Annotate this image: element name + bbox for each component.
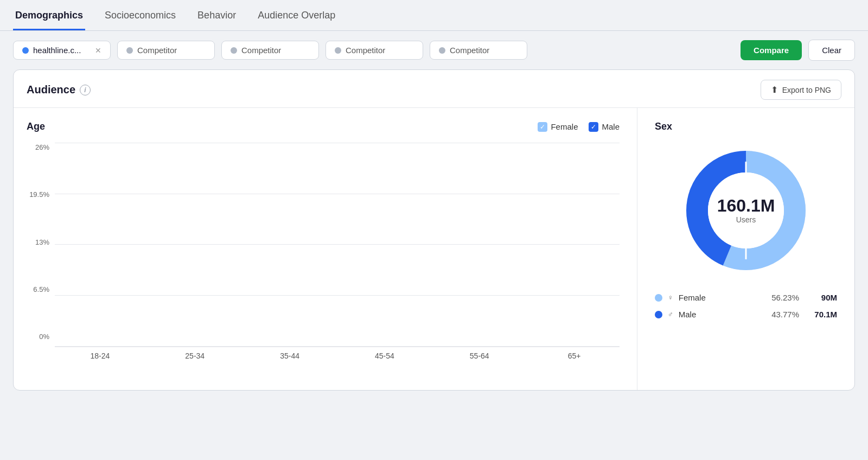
y-label-2: 13% xyxy=(35,238,49,246)
sex-legend-female: ♀ Female 56.23% 90M xyxy=(655,293,837,302)
x-label-4: 55-64 xyxy=(439,352,519,360)
x-label-5: 65+ xyxy=(534,352,614,360)
x-label-1: 25-34 xyxy=(155,352,235,360)
competitor-label-1: Competitor xyxy=(137,46,177,55)
donut-container: 160.1M Users xyxy=(655,145,837,276)
competitor-pill-4[interactable]: Competitor xyxy=(430,41,527,60)
donut-center: 160.1M Users xyxy=(717,196,775,224)
female-checkbox-icon[interactable]: ✓ xyxy=(538,122,547,132)
info-icon[interactable]: i xyxy=(80,85,91,95)
tab-behavior[interactable]: Behavior xyxy=(195,0,238,30)
female-sex-dot xyxy=(655,294,662,302)
legend-female: ✓ Female xyxy=(538,122,578,132)
competitor-label-2: Competitor xyxy=(241,46,281,55)
export-button[interactable]: ⬆ Export to PNG xyxy=(761,80,841,100)
y-label-1: 19.5% xyxy=(29,190,49,199)
x-label-0: 18-24 xyxy=(60,352,140,360)
competitor-bar: healthline.c... ✕ Competitor Competitor … xyxy=(0,31,868,69)
male-sex-dot xyxy=(655,311,662,318)
age-title: Age xyxy=(27,121,45,132)
sex-legend-male: ♂ Male 43.77% 70.1M xyxy=(655,310,837,319)
female-legend-label: Female xyxy=(551,122,578,131)
y-label-0: 26% xyxy=(35,143,49,151)
charts-container: Age ✓ Female ✓ Male 26% 19.5% 13% xyxy=(14,108,854,390)
export-label: Export to PNG xyxy=(782,86,831,94)
audience-card: Audience i ⬆ Export to PNG Age ✓ Female … xyxy=(13,69,855,391)
y-axis: 26% 19.5% 13% 6.5% 0% xyxy=(27,143,55,360)
sex-section: Sex xyxy=(637,108,854,390)
export-icon: ⬆ xyxy=(771,85,778,95)
donut-value: 160.1M xyxy=(717,196,775,215)
female-sex-name: Female xyxy=(679,293,766,302)
audience-title-text: Audience xyxy=(27,84,75,96)
clear-button[interactable]: Clear xyxy=(808,40,855,61)
competitor-dot-2 xyxy=(231,47,237,54)
competitor-label-3: Competitor xyxy=(346,46,385,55)
site-dot xyxy=(22,47,29,54)
male-sex-pct: 43.77% xyxy=(771,310,799,319)
male-checkbox-icon[interactable]: ✓ xyxy=(589,122,598,132)
female-sex-pct: 56.23% xyxy=(771,293,799,302)
grid-line-50 xyxy=(55,244,620,245)
male-sex-name: Male xyxy=(679,310,766,319)
tab-demographics[interactable]: Demographics xyxy=(13,0,85,30)
bar-chart-area: 26% 19.5% 13% 6.5% 0% 18-24 xyxy=(27,143,620,360)
donut-wrapper: 160.1M Users xyxy=(681,145,811,276)
male-sex-count: 70.1M xyxy=(813,310,837,319)
competitor-dot-3 xyxy=(335,47,341,54)
competitor-label-4: Competitor xyxy=(450,46,489,55)
grid-line-75 xyxy=(55,194,620,194)
grid-line-25 xyxy=(55,295,620,296)
competitor-pill-2[interactable]: Competitor xyxy=(221,41,319,60)
audience-title: Audience i xyxy=(27,84,91,96)
competitor-pill-3[interactable]: Competitor xyxy=(326,41,423,60)
legend-male: ✓ Male xyxy=(589,122,620,132)
active-site-pill[interactable]: healthline.c... ✕ xyxy=(13,41,111,60)
competitor-dot-4 xyxy=(439,47,445,54)
donut-label: Users xyxy=(717,216,775,225)
age-header: Age ✓ Female ✓ Male xyxy=(27,121,620,132)
age-legend: ✓ Female ✓ Male xyxy=(538,122,620,132)
y-label-4: 0% xyxy=(39,333,49,341)
female-gender-icon: ♀ xyxy=(668,293,673,302)
close-site-icon[interactable]: ✕ xyxy=(95,46,101,55)
tab-socioeconomics[interactable]: Socioeconomics xyxy=(103,0,178,30)
audience-header: Audience i ⬆ Export to PNG xyxy=(14,70,854,108)
bar-chart-inner: 18-24 25-34 35-44 45-54 55-64 65+ xyxy=(55,143,620,360)
male-gender-icon: ♂ xyxy=(668,310,673,318)
active-site-label: healthline.c... xyxy=(33,46,81,55)
female-sex-count: 90M xyxy=(813,293,837,302)
sex-legend: ♀ Female 56.23% 90M ♂ Male 43.77% 70.1M xyxy=(655,293,837,319)
x-labels: 18-24 25-34 35-44 45-54 55-64 65+ xyxy=(55,347,620,360)
grid-line-top xyxy=(55,143,620,143)
age-section: Age ✓ Female ✓ Male 26% 19.5% 13% xyxy=(14,108,637,390)
tab-audience-overlap[interactable]: Audience Overlap xyxy=(256,0,337,30)
bars-area xyxy=(55,143,620,347)
male-legend-label: Male xyxy=(602,122,620,131)
y-label-3: 6.5% xyxy=(33,285,49,293)
nav-tabs: Demographics Socioeconomics Behavior Aud… xyxy=(0,0,868,31)
competitor-dot-1 xyxy=(126,47,133,54)
x-label-3: 45-54 xyxy=(344,352,424,360)
competitor-pill-1[interactable]: Competitor xyxy=(117,41,215,60)
compare-button[interactable]: Compare xyxy=(741,40,802,60)
x-label-2: 35-44 xyxy=(250,352,330,360)
sex-title: Sex xyxy=(655,121,837,132)
